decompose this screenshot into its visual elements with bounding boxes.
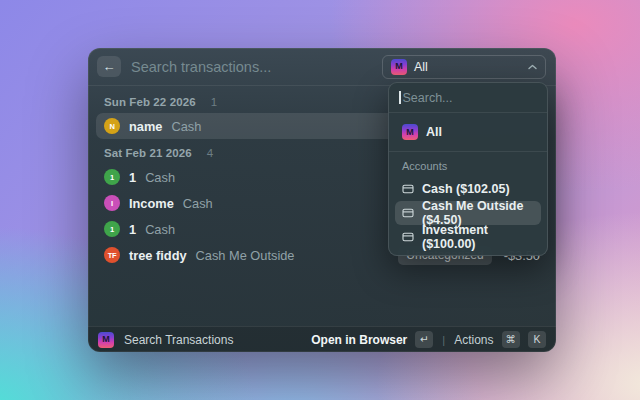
transaction-avatar: TF xyxy=(104,247,120,263)
command-palette-window: ← M All Sun Feb 22 2026 1 N name Cash Sa… xyxy=(88,48,556,352)
account-filter-dropdown: Search... M All Accounts Cash ($102.05) … xyxy=(388,82,548,256)
transaction-avatar: 1 xyxy=(104,169,120,185)
primary-action-button[interactable]: Open in Browser xyxy=(311,333,407,347)
transaction-avatar: I xyxy=(104,195,120,211)
section-date: Sat Feb 21 2026 xyxy=(104,147,192,159)
bank-card-icon xyxy=(402,207,414,219)
search-input[interactable] xyxy=(131,59,372,75)
transaction-avatar: N xyxy=(104,118,120,134)
return-key-icon: ↵ xyxy=(415,331,433,348)
actions-button[interactable]: Actions xyxy=(454,333,493,347)
dropdown-item-label: Investment ($100.00) xyxy=(422,223,534,251)
transaction-title: Income xyxy=(129,196,174,211)
transaction-title: name xyxy=(129,119,162,134)
chevron-up-icon xyxy=(528,64,537,70)
cmd-key-icon: ⌘ xyxy=(502,331,521,348)
section-date: Sun Feb 22 2026 xyxy=(104,96,196,108)
footer-divider: | xyxy=(442,334,445,346)
action-bar: M Search Transactions Open in Browser ↵ … xyxy=(88,326,556,352)
transaction-title: 1 xyxy=(129,222,136,237)
transaction-account: Cash xyxy=(145,222,175,237)
extension-name: Search Transactions xyxy=(124,333,233,347)
arrow-left-icon: ← xyxy=(103,60,116,73)
section-count: 4 xyxy=(207,147,214,159)
dropdown-item-label: All xyxy=(426,125,442,139)
text-caret xyxy=(399,91,401,104)
dropdown-item-account[interactable]: Investment ($100.00) xyxy=(395,225,541,249)
dropdown-item-account[interactable]: Cash Me Outside ($4.50) xyxy=(395,201,541,225)
bank-card-icon xyxy=(402,183,414,195)
transaction-account: Cash xyxy=(171,119,201,134)
transaction-account: Cash xyxy=(183,196,213,211)
accounts-section-label: Accounts xyxy=(389,152,547,177)
transaction-title: tree fiddy xyxy=(129,248,187,263)
account-filter-select[interactable]: M All xyxy=(382,55,546,79)
dropdown-item-label: Cash ($102.05) xyxy=(422,182,510,196)
account-filter-value: All xyxy=(414,60,428,74)
bank-card-icon xyxy=(402,231,414,243)
transaction-account: Cash xyxy=(145,170,175,185)
app-logo-icon: M xyxy=(391,59,407,75)
dropdown-item-account[interactable]: Cash ($102.05) xyxy=(395,177,541,201)
transaction-avatar: 1 xyxy=(104,221,120,237)
transaction-title: 1 xyxy=(129,170,136,185)
app-logo-icon: M xyxy=(402,124,418,140)
dropdown-search-placeholder: Search... xyxy=(403,91,453,105)
section-count: 1 xyxy=(211,96,218,108)
back-button[interactable]: ← xyxy=(97,56,121,77)
k-key-icon: K xyxy=(528,331,546,348)
search-header: ← M All xyxy=(88,48,556,86)
dropdown-item-all[interactable]: M All xyxy=(395,117,541,147)
transaction-account: Cash Me Outside xyxy=(196,248,295,263)
app-logo-icon: M xyxy=(98,332,114,348)
dropdown-search[interactable]: Search... xyxy=(389,83,547,113)
